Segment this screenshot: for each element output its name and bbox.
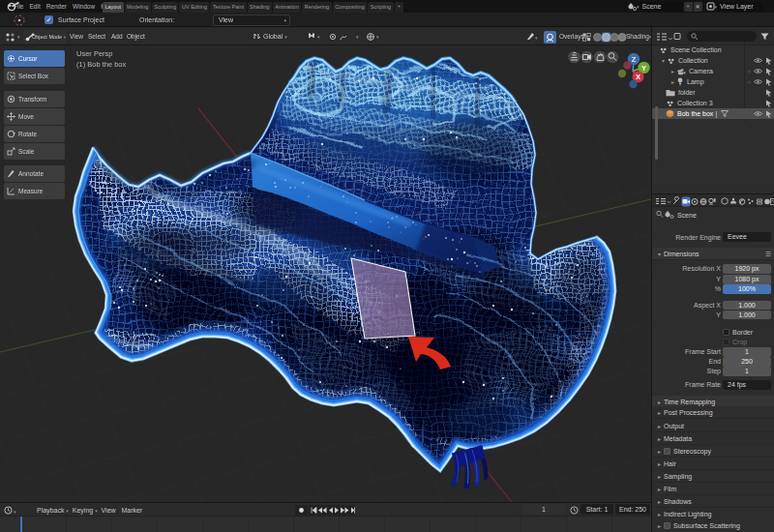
svg-text:(1) Bob the box: (1) Bob the box bbox=[76, 60, 127, 69]
svg-text:Y: Y bbox=[641, 64, 646, 73]
svg-text:X: X bbox=[636, 73, 640, 81]
svg-text:Z: Z bbox=[632, 55, 637, 64]
svg-text:User Persp: User Persp bbox=[76, 49, 113, 58]
